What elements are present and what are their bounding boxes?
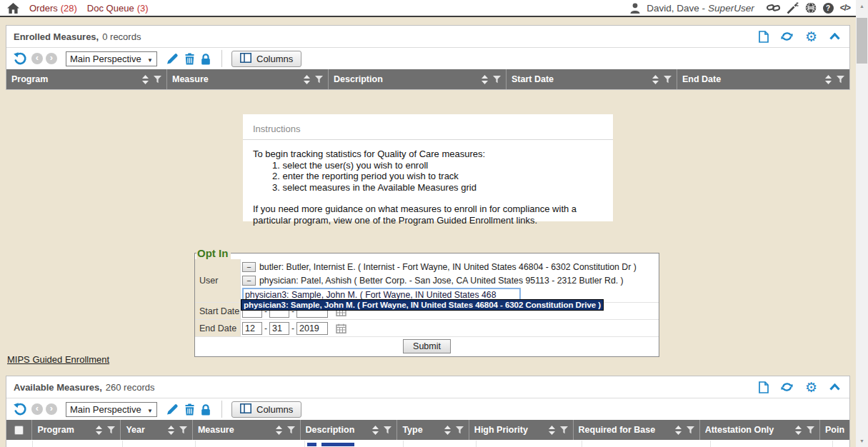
globe-icon[interactable] (805, 2, 817, 14)
user-row: User − butler: Butler, Internist E. ( In… (195, 259, 659, 302)
sort-icon[interactable] (304, 75, 310, 84)
scrollbar-thumb[interactable] (857, 18, 867, 64)
column-header-description[interactable]: Description (329, 69, 507, 89)
help-icon[interactable] (823, 3, 834, 14)
column-header-high-priority[interactable]: High Priority (469, 420, 574, 440)
column-header-points[interactable]: Poin (820, 420, 849, 440)
scrollbar-down-arrow[interactable] (856, 435, 868, 447)
mips-guided-enrollment-link[interactable]: MIPS Guided Enrollment (7, 354, 109, 365)
sort-icon[interactable] (652, 75, 659, 84)
column-header-start-date[interactable]: Start Date (507, 69, 677, 89)
next-perspective-icon[interactable] (46, 403, 57, 415)
table-row[interactable] (6, 440, 849, 447)
end-month-input[interactable]: 12 (242, 322, 262, 335)
sort-icon[interactable] (168, 426, 174, 435)
filter-icon[interactable] (107, 426, 115, 434)
column-label: Measure (172, 74, 304, 84)
link-icon[interactable] (767, 3, 780, 13)
delete-perspective-icon[interactable] (184, 53, 195, 65)
column-label: Start Date (512, 74, 652, 84)
filter-icon[interactable] (315, 76, 323, 84)
lock-perspective-icon[interactable] (201, 403, 211, 416)
refresh-icon[interactable] (781, 31, 793, 42)
sort-icon[interactable] (825, 75, 832, 84)
gear-icon[interactable] (805, 382, 817, 393)
calendar-icon[interactable] (336, 323, 346, 333)
perspective-selected-value: Main Perspective (70, 404, 141, 415)
filter-icon[interactable] (154, 76, 161, 84)
column-header-year[interactable]: Year (121, 420, 192, 440)
lock-perspective-icon[interactable] (201, 53, 211, 65)
code-icon[interactable] (840, 3, 850, 13)
filter-icon[interactable] (384, 426, 391, 434)
user-icon (630, 3, 640, 14)
doc-queue-link[interactable]: Doc Queue (3) (87, 3, 149, 14)
collapse-icon[interactable] (829, 383, 840, 391)
sort-icon[interactable] (96, 426, 102, 435)
sort-icon[interactable] (549, 426, 555, 435)
columns-icon (240, 53, 251, 65)
end-year-input[interactable]: 2019 (296, 322, 328, 335)
filter-icon[interactable] (456, 426, 464, 434)
filter-icon[interactable] (687, 426, 694, 434)
edit-perspective-icon[interactable] (166, 53, 179, 65)
sort-icon[interactable] (675, 426, 682, 435)
sort-icon[interactable] (142, 75, 149, 84)
delete-perspective-icon[interactable] (184, 403, 195, 416)
refresh-icon[interactable] (781, 381, 793, 393)
perspective-select[interactable]: Main Perspective (66, 51, 157, 66)
column-header-required-for-base[interactable]: Required for Base (574, 420, 700, 440)
column-header-end-date[interactable]: End Date (677, 69, 849, 89)
orders-link[interactable]: Orders (28) (29, 3, 77, 14)
column-header-attestation-only[interactable]: Attestation Only (700, 420, 820, 440)
sort-icon[interactable] (276, 426, 282, 435)
column-header-program[interactable]: Program (32, 420, 121, 440)
column-header-measure[interactable]: Measure (167, 69, 329, 89)
column-header-measure[interactable]: Measure (193, 420, 301, 440)
home-icon[interactable] (7, 3, 19, 14)
filter-icon[interactable] (493, 76, 501, 84)
gear-icon[interactable] (805, 31, 817, 42)
submit-button[interactable]: Submit (403, 339, 451, 353)
available-measures-panel: Available Measures, 260 records Main Per… (6, 376, 850, 447)
vertical-scrollbar[interactable] (856, 0, 868, 447)
filter-icon[interactable] (807, 426, 814, 434)
new-document-icon[interactable] (759, 31, 769, 43)
edit-perspective-icon[interactable] (166, 403, 179, 416)
sort-icon[interactable] (795, 426, 802, 435)
autocomplete-suggestion[interactable]: physician3: Sample, John M. ( Fort Wayne… (241, 299, 604, 311)
collapse-icon[interactable] (829, 33, 840, 40)
columns-button[interactable]: Columns (231, 401, 301, 418)
sort-icon[interactable] (372, 426, 379, 435)
previous-perspective-icon[interactable] (31, 403, 43, 415)
previous-perspective-icon[interactable] (31, 53, 43, 64)
filter-icon[interactable] (837, 76, 844, 84)
perspective-select[interactable]: Main Perspective (66, 402, 157, 417)
available-panel-actions (759, 381, 840, 393)
scrollbar-up-arrow[interactable] (856, 0, 868, 12)
undo-icon[interactable] (13, 403, 27, 416)
undo-icon[interactable] (13, 52, 27, 66)
column-header-type[interactable]: Type (397, 420, 469, 440)
filter-icon[interactable] (560, 426, 568, 434)
row-cell (404, 441, 477, 447)
column-header-description[interactable]: Description (301, 420, 398, 440)
select-all-checkbox[interactable] (14, 426, 24, 435)
sort-icon[interactable] (482, 75, 488, 84)
filter-icon[interactable] (664, 76, 672, 84)
column-header-program[interactable]: Program (6, 69, 167, 89)
instructions-title: Instructions (243, 114, 613, 139)
enrolled-panel-header: Enrolled Measures, 0 records (6, 26, 849, 48)
next-perspective-icon[interactable] (46, 53, 57, 64)
filter-icon[interactable] (287, 426, 295, 434)
new-document-icon[interactable] (759, 381, 769, 393)
user-menu[interactable]: David, Dave - SuperUser (647, 3, 754, 14)
remove-user-button[interactable]: − (242, 262, 256, 272)
filter-icon[interactable] (179, 426, 187, 434)
sort-icon[interactable] (444, 426, 451, 435)
user-field-content: − butler: Butler, Internist E. ( Interni… (241, 259, 659, 302)
end-day-input[interactable]: 31 (269, 322, 289, 335)
remove-user-button[interactable]: − (242, 276, 256, 286)
columns-button[interactable]: Columns (231, 51, 301, 67)
wand-icon[interactable] (787, 2, 799, 14)
